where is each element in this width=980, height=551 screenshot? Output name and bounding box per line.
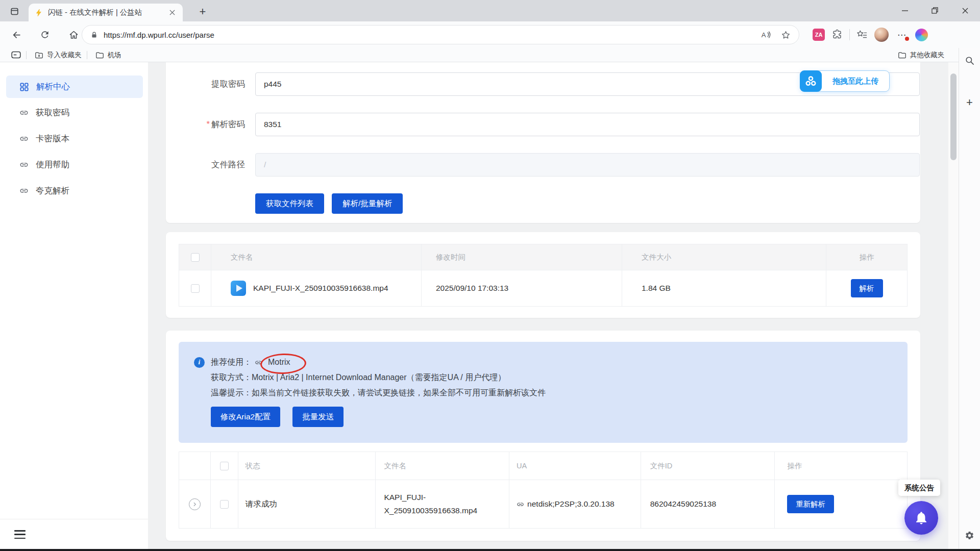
browser-tab-bar: 闪链 - 在线文件解析 | 公益站 + [0,0,980,21]
file-path-label: 文件路径 [166,159,245,170]
window-controls [890,0,980,21]
tab-actions-menu-icon[interactable] [7,4,21,18]
notice-line2: 获取方式：Motrix | Aria2 | Internet Download … [211,370,892,385]
ua-link[interactable]: netdisk;P2SP;3.0.20.138 [509,480,641,528]
batch-send-button[interactable]: 批量发送 [292,407,344,427]
result-select-all-checkbox[interactable] [220,462,229,470]
browser-tab[interactable]: 闪链 - 在线文件解析 | 公益站 [29,4,183,21]
file-name-text: KAPI_FUJI-X_250910035916638.mp4 [253,284,388,293]
select-all-checkbox[interactable] [191,253,200,262]
edit-aria2-config-button[interactable]: 修改Aria2配置 [211,407,280,427]
bell-icon [914,510,929,525]
sidebar-item-label: 卡密版本 [36,133,69,144]
refresh-icon[interactable] [37,27,53,43]
scrollbar-thumb[interactable] [950,73,957,160]
row-checkbox[interactable] [191,284,200,293]
download-card: i 推荐使用： Motrix 获取方式：Motrix | Aria2 | Int… [166,331,920,541]
sidebar-item-card-version[interactable]: 卡密版本 [6,128,143,150]
collapse-menu-icon[interactable] [14,530,26,539]
browser-toolbar: https://mf.dp.wpurl.cc/user/parse A ZA ⋯ [0,21,980,48]
folder-icon [898,51,906,59]
file-id-text: 862042459025138 [641,480,775,528]
sidebar-item-help[interactable]: 使用帮助 [6,154,143,176]
result-table-row: 请求成功 KAPI_FUJI-X_250910035916638.mp4 net… [179,480,907,528]
copilot-icon[interactable] [915,29,928,41]
favorite-star-icon[interactable] [781,30,791,40]
profile-avatar[interactable] [874,28,889,42]
sidebar-item-get-password[interactable]: 获取密码 [6,102,143,124]
bookmarks-bar: 导入收藏夹 机场 其他收藏夹 [0,48,980,62]
file-table-row: KAPI_FUJI-X_250910035916638.mp4 2025/09/… [179,270,907,306]
notice-line3: 温馨提示：如果当前文件链接获取失败，请尝试更换链接，如果全部不可用可重新解析该文… [211,385,892,400]
back-icon[interactable] [8,27,24,43]
link-icon [517,500,524,508]
header-size: 文件大小 [622,244,826,270]
favorites-hub-icon[interactable] [856,30,868,40]
folder-import-icon [35,51,43,59]
home-icon[interactable] [65,27,82,43]
bookmark-import-favorites[interactable]: 导入收藏夹 [30,49,87,61]
header-file-id: 文件ID [641,452,775,480]
status-text: 请求成功 [238,480,376,528]
file-table: 文件名 修改时间 文件大小 操作 KAPI_FUJI-X_25091003591… [179,244,908,307]
toolbar-divider [849,29,850,40]
lock-icon [90,31,98,39]
required-asterisk: * [207,119,210,129]
read-aloud-icon[interactable]: A [761,30,771,39]
window-bottom-edge [0,549,980,551]
sidebar-add-icon[interactable]: + [962,95,977,110]
notification-badge [904,36,910,42]
reparse-button[interactable]: 重新解析 [787,495,834,513]
file-table-header: 文件名 修改时间 文件大小 操作 [179,244,907,270]
minimize-button[interactable] [890,0,920,21]
announcement-bell-button[interactable] [904,501,938,535]
other-favorites[interactable]: 其他收藏夹 [898,48,945,62]
drag-upload-widget[interactable]: 拖拽至此上传 [800,70,890,92]
bookmark-airport[interactable]: 机场 [90,49,127,61]
link-icon [19,134,29,143]
file-modified-text: 2025/09/10 17:03:13 [422,270,622,306]
bookmark-label: 导入收藏夹 [47,51,82,60]
link-icon [255,359,262,366]
settings-more-icon[interactable]: ⋯ [895,28,909,41]
header-filename: 文件名 [376,452,509,480]
extensions-area: ZA ⋯ [813,21,928,48]
info-icon: i [194,357,205,368]
sidebar-settings-gear-icon[interactable] [962,528,977,543]
tab-favicon-lightning-icon [35,9,43,17]
parse-row-button[interactable]: 解析 [851,279,883,297]
translate-extension-icon[interactable]: ZA [813,29,825,41]
bookmark-label: 机场 [108,51,121,60]
parse-password-input[interactable] [255,113,920,136]
link-icon [19,160,29,169]
expand-row-icon[interactable] [189,498,201,510]
svg-text:A: A [762,31,766,39]
result-row-checkbox[interactable] [220,500,229,509]
page-scrollbar[interactable] [948,62,959,549]
url-text: https://mf.dp.wpurl.cc/user/parse [104,31,755,39]
tab-title: 闪链 - 在线文件解析 | 公益站 [48,8,162,17]
link-icon [19,186,29,195]
sidebar-search-icon[interactable] [962,53,977,68]
header-action: 操作 [775,452,907,480]
new-tab-button[interactable]: + [196,5,209,18]
sidebar-item-quark-parse[interactable]: 夸克解析 [6,180,143,202]
close-window-button[interactable] [950,0,980,21]
restore-button[interactable] [920,0,950,21]
file-size-text: 1.84 GB [622,270,826,306]
reading-list-icon[interactable] [6,49,26,61]
tab-close-icon[interactable] [167,8,177,17]
link-icon [19,108,29,117]
parse-batch-button[interactable]: 解析/批量解析 [332,193,403,214]
sidebar-item-parse-center[interactable]: 解析中心 [6,76,143,98]
address-bar[interactable]: https://mf.dp.wpurl.cc/user/parse A [82,25,799,44]
get-file-list-button[interactable]: 获取文件列表 [255,193,324,214]
header-action: 操作 [826,244,907,270]
sidebar-item-label: 解析中心 [36,81,70,92]
sidebar-item-label: 夸克解析 [36,185,69,196]
result-file-name: KAPI_FUJI-X_250910035916638.mp4 [376,480,509,528]
motrix-link[interactable]: Motrix [265,358,293,367]
sidebar-divider [0,519,148,519]
extensions-puzzle-icon[interactable] [831,29,843,40]
browser-window: 闪链 - 在线文件解析 | 公益站 + [0,0,980,551]
